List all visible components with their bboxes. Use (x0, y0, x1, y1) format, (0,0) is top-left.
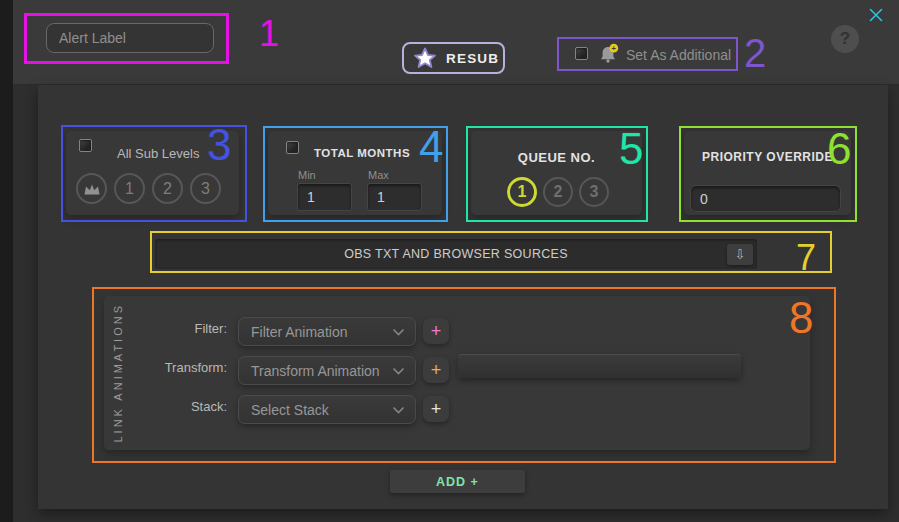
chevron-down-icon (392, 406, 405, 414)
transform-animation-select-value: Transform Animation (251, 363, 380, 379)
link-animations-vertical-label-wrap: LINK ANIMATIONS (106, 300, 130, 446)
queue-1-button[interactable]: 1 (507, 177, 537, 207)
set-as-additional-checkbox[interactable] (575, 47, 588, 60)
add-alert-button[interactable]: ADD + (390, 470, 525, 493)
filter-animation-select-value: Filter Animation (251, 324, 347, 340)
max-label: Max (368, 169, 389, 181)
svg-text:+: + (612, 44, 617, 53)
max-months-input[interactable] (367, 183, 422, 211)
queue-3-button[interactable]: 3 (579, 177, 609, 207)
priority-override-input[interactable] (690, 185, 841, 212)
help-button[interactable]: ? (831, 25, 859, 53)
min-months-input[interactable] (297, 183, 352, 211)
sub-tier-1-label: 1 (125, 180, 134, 198)
chevron-down-icon (392, 367, 405, 375)
stack-row-label: Stack: (140, 399, 227, 414)
sub-tier-2-label: 2 (163, 180, 172, 198)
close-icon[interactable] (868, 7, 884, 23)
set-as-additional-label: Set As Additional (626, 47, 731, 63)
star-icon (413, 46, 437, 70)
sub-tier-1-button[interactable]: 1 (114, 173, 145, 204)
resub-button[interactable]: RESUB (402, 42, 505, 74)
bell-plus-icon: + (597, 43, 621, 67)
all-sub-levels-checkbox[interactable] (79, 139, 92, 152)
add-transform-animation-button[interactable]: + (423, 357, 449, 383)
filter-animation-select[interactable]: Filter Animation (238, 317, 416, 346)
resub-button-label: RESUB (446, 51, 499, 66)
transform-value-field[interactable] (458, 354, 741, 378)
queue-2-button[interactable]: 2 (543, 177, 573, 207)
obs-sources-label: OBS TXT AND BROWSER SOURCES (344, 247, 568, 261)
sub-tier-crown-button[interactable] (76, 173, 107, 204)
left-edge-strip (0, 0, 13, 522)
plus-icon: + (431, 399, 442, 420)
total-months-label: TOTAL MONTHS (314, 147, 410, 159)
queue-3-label: 3 (590, 183, 599, 201)
queue-2-label: 2 (554, 183, 563, 201)
add-stack-button[interactable]: + (423, 396, 449, 422)
download-button[interactable]: ⇩ (727, 244, 753, 265)
sub-tier-2-button[interactable]: 2 (152, 173, 183, 204)
chevron-down-icon (392, 328, 405, 336)
transform-row-label: Transform: (140, 360, 227, 375)
sub-tier-3-button[interactable]: 3 (190, 173, 221, 204)
transform-animation-select[interactable]: Transform Animation (238, 356, 416, 385)
queue-number-label: QUEUE NO. (471, 150, 642, 165)
plus-icon: + (431, 321, 442, 342)
priority-override-label: PRIORITY OVERRIDE (684, 150, 851, 164)
obs-sources-select[interactable]: OBS TXT AND BROWSER SOURCES ⇩ (155, 239, 757, 269)
queue-1-label: 1 (518, 183, 527, 201)
min-label: Min (298, 169, 316, 181)
stack-select[interactable]: Select Stack (238, 395, 416, 424)
plus-icon: + (431, 360, 442, 381)
alert-settings-panel: RESUB + Set As Additional ? All Sub Leve… (0, 0, 899, 522)
stack-select-value: Select Stack (251, 402, 329, 418)
filter-row-label: Filter: (140, 321, 227, 336)
sub-tier-3-label: 3 (201, 180, 210, 198)
alert-label-input[interactable] (46, 23, 214, 53)
download-arrow-icon: ⇩ (735, 247, 746, 262)
add-filter-animation-button[interactable]: + (423, 318, 449, 344)
total-months-checkbox[interactable] (286, 141, 299, 154)
link-animations-label: LINK ANIMATIONS (112, 303, 124, 443)
all-sub-levels-label: All Sub Levels (117, 146, 199, 161)
crown-icon (83, 182, 101, 196)
